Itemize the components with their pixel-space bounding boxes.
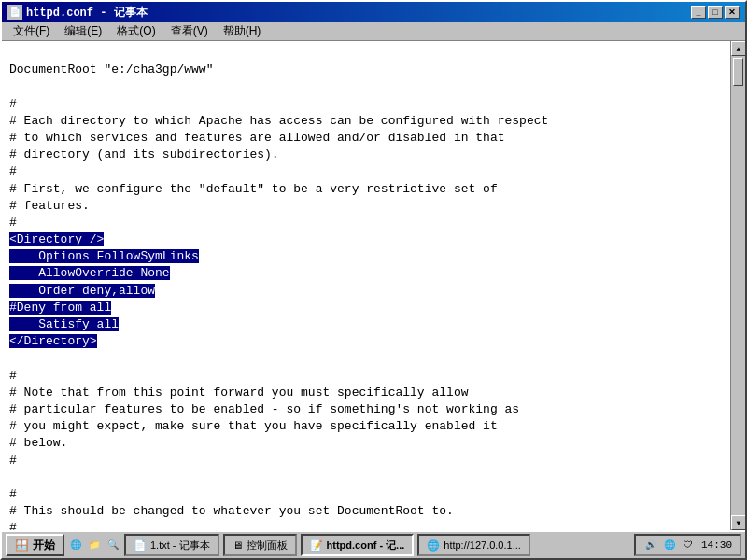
line-1: DocumentRoot "e:/cha3gp/www" [9,63,213,77]
title-bar-left: 📄 httpd.conf - 记事本 [7,5,148,21]
main-window: 📄 httpd.conf - 记事本 _ □ ✕ 文件(F) 编辑(E) 格式(… [0,0,747,560]
taskbar-item-browser[interactable]: 🌐 http://127.0.0.1... [417,534,530,556]
line-20: # Note that from this point forward you … [9,385,468,399]
tray-icon-1: 🔊 [643,538,658,553]
line-12: Options FollowSymLinks [9,249,199,263]
title-buttons: _ □ ✕ [691,6,740,19]
line-22: # you might expect, make sure that you h… [9,419,498,433]
tray-icon-3: 🛡 [681,538,696,553]
app-icon: 📄 [7,5,22,20]
line-14: Order deny,allow [9,284,155,298]
line-9: # features. [9,199,90,213]
line-15: #Deny from all [9,301,111,315]
menu-bar: 文件(F) 编辑(E) 格式(O) 查看(V) 帮助(H) [2,22,745,41]
scroll-down-button[interactable]: ▼ [731,515,745,530]
line-27: # This should be changed to whatever you… [9,504,454,518]
line-6: # directory (and its subdirectories). [9,147,279,161]
editor-area: DocumentRoot "e:/cha3gp/www" # # Each di… [2,41,745,530]
minimize-button[interactable]: _ [691,6,706,19]
line-4: # Each directory to which Apache has acc… [9,114,548,128]
close-button[interactable]: ✕ [725,6,740,19]
line-23: # below. [9,436,67,450]
taskbar: 🪟 开始 🌐 📁 🔍 📄 1.txt - 记事本 🖥 控制面板 📝 httpd.… [2,530,745,558]
line-5: # to which services and features are all… [9,131,505,145]
line-26: # [9,487,17,501]
tray-icons: 🔊 🌐 🛡 [643,538,696,553]
line-13: AllowOverride None [9,266,170,280]
taskbar-item-httpd[interactable]: 📝 httpd.conf - 记... [301,534,415,556]
taskbar-label-1: 1.txt - 记事本 [150,539,210,553]
taskbar-item-notepad1[interactable]: 📄 1.txt - 记事本 [124,534,219,556]
menu-help[interactable]: 帮助(H) [216,21,269,41]
taskbar-label-4: http://127.0.0.1... [444,539,521,551]
start-icon: 🪟 [15,539,29,552]
line-16: Satisfy all [9,317,119,331]
line-7: # [9,164,17,178]
scroll-track[interactable] [731,56,745,515]
menu-format[interactable]: 格式(O) [109,21,162,41]
taskbar-icon-4: 🌐 [427,539,440,552]
taskbar-label-3: httpd.conf - 记... [327,539,405,553]
maximize-button[interactable]: □ [708,6,723,19]
quick-launch-2[interactable]: 📁 [87,538,102,553]
window-title: httpd.conf - 记事本 [26,5,148,21]
menu-edit[interactable]: 编辑(E) [57,21,109,41]
system-tray: 🔊 🌐 🛡 14:30 [634,534,741,556]
scroll-up-button[interactable]: ▲ [731,41,745,56]
start-button[interactable]: 🪟 开始 [6,534,64,556]
taskbar-icon-3: 📝 [310,539,323,552]
taskbar-label-2: 控制面板 [247,539,288,553]
title-bar: 📄 httpd.conf - 记事本 _ □ ✕ [2,2,745,22]
taskbar-icon-2: 🖥 [233,539,243,551]
taskbar-item-controlpanel[interactable]: 🖥 控制面板 [223,534,297,556]
line-3: # [9,97,17,111]
tray-icon-2: 🌐 [662,538,677,553]
clock: 14:30 [701,539,732,551]
line-21: # particular features to be enabled - so… [9,402,519,416]
menu-file[interactable]: 文件(F) [6,21,57,41]
menu-view[interactable]: 查看(V) [163,21,216,41]
quick-launch-ie[interactable]: 🌐 [68,538,83,553]
line-24: # [9,454,17,468]
taskbar-icon-1: 📄 [134,539,147,552]
start-label: 开始 [33,538,55,553]
line-19: # [9,369,17,383]
line-8: # First, we configure the "default" to b… [9,182,498,196]
scrollbar-vertical[interactable]: ▲ ▼ [730,41,745,530]
line-10: # [9,216,17,230]
line-11: <Directory /> [9,232,104,246]
text-content[interactable]: DocumentRoot "e:/cha3gp/www" # # Each di… [2,41,730,530]
scroll-thumb[interactable] [733,58,743,86]
line-17: </Directory> [9,334,97,348]
line-28: # [9,521,17,530]
quick-launch-3[interactable]: 🔍 [106,538,120,553]
